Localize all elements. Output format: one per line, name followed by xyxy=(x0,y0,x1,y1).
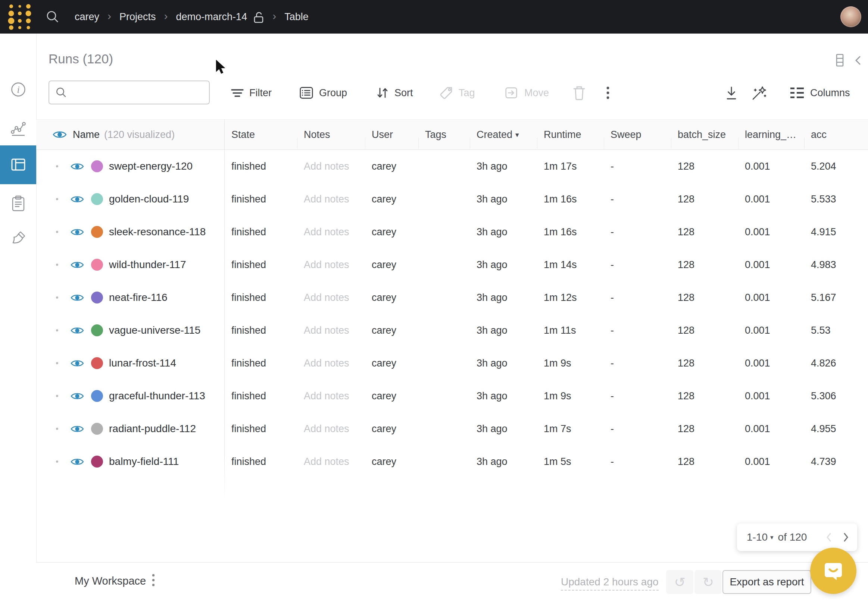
eye-icon[interactable] xyxy=(71,424,84,434)
run-color-swatch[interactable] xyxy=(91,160,103,172)
undo-button[interactable]: ↺ xyxy=(666,570,693,594)
drag-handle[interactable] xyxy=(56,362,58,364)
drag-handle[interactable] xyxy=(56,428,58,430)
run-name-link[interactable]: radiant-puddle-112 xyxy=(109,423,196,435)
cell-notes[interactable]: Add notes xyxy=(297,216,365,248)
eye-icon[interactable] xyxy=(71,195,84,204)
workspace-label[interactable]: My Workspace xyxy=(74,575,146,587)
eye-icon[interactable] xyxy=(71,326,84,335)
run-name-link[interactable]: wild-thunder-117 xyxy=(109,259,186,271)
run-color-swatch[interactable] xyxy=(91,456,103,468)
column-header-learning-rate[interactable]: learning_… xyxy=(738,120,804,150)
next-page-button[interactable] xyxy=(842,532,850,543)
column-header-state[interactable]: State xyxy=(225,120,297,150)
tag-button[interactable]: Tag xyxy=(439,82,475,103)
columns-button[interactable]: Columns xyxy=(789,82,850,103)
drag-handle[interactable] xyxy=(56,297,58,299)
wandb-logo-icon[interactable] xyxy=(7,3,34,31)
drag-handle[interactable] xyxy=(56,460,58,463)
drag-handle[interactable] xyxy=(56,395,58,397)
sidebar-item-sweeps[interactable] xyxy=(0,220,36,257)
panel-stack-icon[interactable] xyxy=(834,52,846,69)
eye-icon[interactable] xyxy=(71,359,84,368)
page-range-dropdown[interactable]: 1-10 xyxy=(747,531,767,543)
runs-search-input[interactable] xyxy=(72,87,209,99)
run-color-swatch[interactable] xyxy=(91,292,103,303)
run-name-link[interactable]: graceful-thunder-113 xyxy=(109,390,205,402)
download-button[interactable] xyxy=(723,82,739,103)
eye-icon[interactable] xyxy=(71,457,84,467)
drag-handle[interactable] xyxy=(56,165,58,167)
column-header-acc[interactable]: acc xyxy=(804,120,868,150)
run-name-link[interactable]: swept-energy-120 xyxy=(109,160,192,172)
column-header-sweep[interactable]: Sweep xyxy=(604,120,671,150)
cell-notes[interactable]: Add notes xyxy=(297,281,365,314)
sidebar-item-overview[interactable]: i xyxy=(0,71,36,108)
user-avatar[interactable] xyxy=(840,6,861,27)
run-name-link[interactable]: vague-universe-115 xyxy=(109,324,200,336)
breadcrumb-project[interactable]: demo-march-14 xyxy=(176,11,247,23)
run-color-swatch[interactable] xyxy=(91,357,103,369)
run-color-swatch[interactable] xyxy=(91,259,103,271)
run-name-link[interactable]: lunar-frost-114 xyxy=(109,357,176,369)
help-chat-button[interactable] xyxy=(810,548,856,594)
cell-state: finished xyxy=(225,216,297,248)
group-button[interactable]: Group xyxy=(299,82,347,103)
column-header-batch-size[interactable]: batch_size xyxy=(671,120,738,150)
column-header-name[interactable]: Name (120 visualized) xyxy=(36,120,225,150)
export-report-button[interactable]: Export as report xyxy=(722,570,811,594)
column-header-created[interactable]: Created▾ xyxy=(470,120,537,150)
collapse-chevron-icon[interactable] xyxy=(854,54,862,67)
eye-icon[interactable] xyxy=(71,293,84,302)
column-divider[interactable] xyxy=(224,119,225,502)
sort-button[interactable]: Sort xyxy=(375,82,413,103)
run-color-swatch[interactable] xyxy=(91,193,103,205)
eye-icon[interactable] xyxy=(71,391,84,401)
run-name-link[interactable]: sleek-resonance-118 xyxy=(109,226,206,238)
workspace-kebab-icon[interactable] xyxy=(151,572,156,588)
prev-page-button[interactable] xyxy=(825,532,832,543)
breadcrumb-projects[interactable]: Projects xyxy=(119,11,156,23)
cell-notes[interactable]: Add notes xyxy=(297,445,365,478)
runs-search-box[interactable] xyxy=(48,80,210,104)
sidebar-item-table[interactable] xyxy=(0,145,36,184)
cell-notes[interactable]: Add notes xyxy=(297,150,365,183)
run-name-link[interactable]: balmy-field-111 xyxy=(109,456,179,468)
column-header-runtime[interactable]: Runtime xyxy=(537,120,604,150)
eye-icon[interactable] xyxy=(53,130,67,139)
cell-notes[interactable]: Add notes xyxy=(297,248,365,281)
global-search-icon[interactable] xyxy=(45,10,60,24)
cell-notes[interactable]: Add notes xyxy=(297,183,365,216)
column-header-notes[interactable]: Notes xyxy=(297,120,365,150)
delete-button[interactable] xyxy=(572,82,587,103)
cell-notes[interactable]: Add notes xyxy=(297,314,365,347)
more-actions-button[interactable] xyxy=(605,82,611,103)
run-color-swatch[interactable] xyxy=(91,324,103,336)
drag-handle[interactable] xyxy=(56,231,58,233)
cell-notes[interactable]: Add notes xyxy=(297,347,365,380)
redo-button[interactable]: ↻ xyxy=(694,570,722,594)
run-color-swatch[interactable] xyxy=(91,423,103,435)
drag-handle[interactable] xyxy=(56,264,58,266)
column-header-user[interactable]: User xyxy=(365,120,418,150)
drag-handle[interactable] xyxy=(56,329,58,331)
eye-icon[interactable] xyxy=(71,227,84,237)
column-header-tags[interactable]: Tags xyxy=(418,120,470,150)
run-color-swatch[interactable] xyxy=(91,226,103,238)
run-color-swatch[interactable] xyxy=(91,390,103,402)
drag-handle[interactable] xyxy=(56,198,58,200)
sidebar-item-reports[interactable] xyxy=(0,185,36,222)
cell-notes[interactable]: Add notes xyxy=(297,412,365,445)
move-button[interactable]: Move xyxy=(504,82,549,103)
sidebar-item-charts[interactable] xyxy=(0,110,36,147)
breadcrumb-user[interactable]: carey xyxy=(74,11,99,23)
cell-notes[interactable]: Add notes xyxy=(297,380,365,412)
filter-button[interactable]: Filter xyxy=(230,82,272,103)
breadcrumb-page[interactable]: Table xyxy=(284,11,308,23)
run-name-link[interactable]: neat-fire-116 xyxy=(109,292,167,303)
eye-icon[interactable] xyxy=(71,260,84,270)
magic-wand-button[interactable] xyxy=(750,82,768,103)
run-name-link[interactable]: golden-cloud-119 xyxy=(109,193,189,205)
eye-icon[interactable] xyxy=(71,162,84,171)
updated-status[interactable]: Updated 2 hours ago xyxy=(561,576,659,590)
